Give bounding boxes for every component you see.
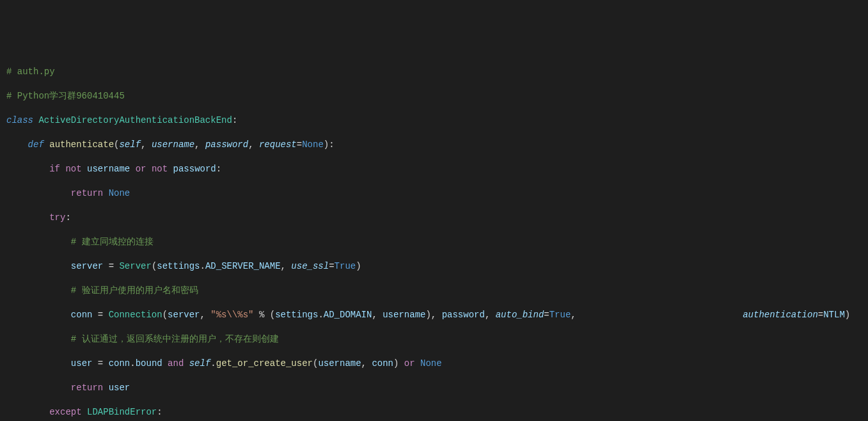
code-line: # Python学习群960410445 <box>6 90 868 102</box>
code-line: # 认证通过，返回系统中注册的用户，不存在则创建 <box>6 333 868 346</box>
code-editor[interactable]: # auth.py # Python学习群960410445 class Act… <box>6 54 868 421</box>
code-line: server = Server(settings.AD_SERVER_NAME,… <box>6 260 868 273</box>
code-line: return None <box>6 187 868 200</box>
code-line: try: <box>6 212 868 224</box>
code-line: conn = Connection(server, "%s\\%s" % (se… <box>6 309 868 321</box>
code-line: if not username or not password: <box>6 163 868 175</box>
code-line: # 建立同域控的连接 <box>6 236 868 248</box>
code-line: def authenticate(self, username, passwor… <box>6 139 868 151</box>
code-line: return user <box>6 382 868 394</box>
code-line: # auth.py <box>6 66 868 78</box>
code-line: user = conn.bound and self.get_or_create… <box>6 358 868 370</box>
code-line: # 验证用户使用的用户名和密码 <box>6 285 868 297</box>
code-line: class ActiveDirectoryAuthenticationBackE… <box>6 115 868 127</box>
code-line: except LDAPBindError: <box>6 406 868 418</box>
